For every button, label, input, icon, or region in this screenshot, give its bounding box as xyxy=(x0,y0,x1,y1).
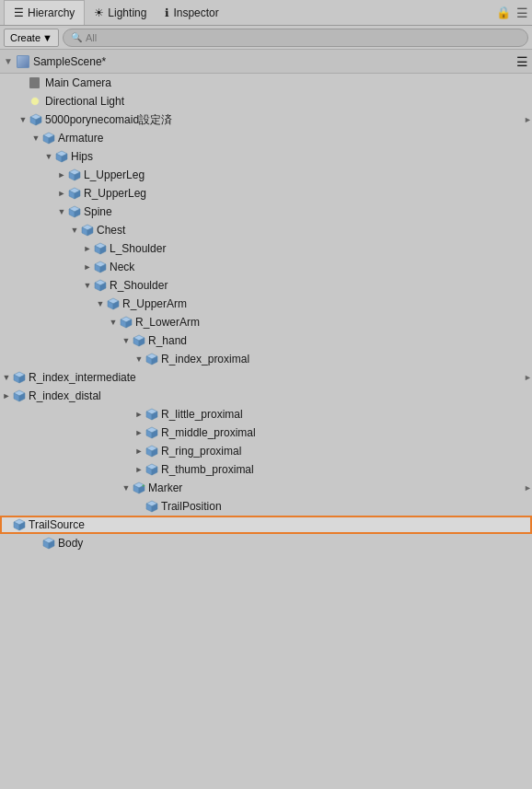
create-label: Create xyxy=(10,32,40,43)
tree-item-armature[interactable]: Armature xyxy=(0,129,532,147)
node-icon xyxy=(94,261,107,273)
tree-item-neck[interactable]: Neck xyxy=(0,258,532,276)
tab-lighting-label: Lighting xyxy=(108,6,146,19)
expand-arrow[interactable] xyxy=(42,147,55,166)
expand-arrow[interactable] xyxy=(133,442,145,460)
node-icon xyxy=(29,76,42,89)
node-label: Spine xyxy=(84,205,112,218)
tree-item-chest[interactable]: Chest xyxy=(0,221,532,239)
node-icon xyxy=(13,518,26,531)
scene-menu-icon[interactable]: ☰ xyxy=(516,54,528,69)
node-label: R_index_intermediate xyxy=(29,371,136,384)
create-button[interactable]: Create ▼ xyxy=(4,29,59,47)
tree-item-hips[interactable]: Hips xyxy=(0,147,532,166)
node-icon xyxy=(94,242,107,255)
node-label: L_UpperLeg xyxy=(84,168,145,181)
node-icon xyxy=(145,426,158,439)
node-icon xyxy=(29,113,42,126)
node-icon xyxy=(145,500,158,513)
tree-item-r-ring-proximal[interactable]: R_ring_proximal xyxy=(0,442,532,460)
tab-bar: ☰ Hierarchy ☀ Lighting ℹ Inspector 🔒 ☰ xyxy=(0,0,532,26)
node-icon xyxy=(42,537,55,550)
create-dropdown-icon: ▼ xyxy=(42,32,52,43)
tree-item-r-index-intermediate[interactable]: R_index_intermediate► xyxy=(0,368,532,387)
node-label: Main Camera xyxy=(45,76,111,89)
menu-icon[interactable]: ☰ xyxy=(516,6,528,20)
expand-arrow[interactable] xyxy=(17,110,29,129)
scene-expand-arrow[interactable]: ▼ xyxy=(4,56,13,66)
expand-arrow[interactable] xyxy=(133,350,145,368)
expand-arrow[interactable] xyxy=(81,239,94,258)
node-icon xyxy=(68,168,81,181)
tree-item-r-upperarm[interactable]: R_UpperArm xyxy=(0,295,532,313)
node-label: R_LowerArm xyxy=(135,316,200,329)
node-icon xyxy=(68,205,81,218)
node-icon xyxy=(55,150,68,163)
tree-item-r-index-distal[interactable]: R_index_distal xyxy=(0,387,532,405)
node-icon xyxy=(42,132,55,145)
tab-inspector[interactable]: ℹ Inspector xyxy=(156,0,227,25)
expand-arrow[interactable] xyxy=(107,313,120,331)
expand-arrow[interactable] xyxy=(133,460,145,479)
svg-text:+: + xyxy=(142,482,145,488)
search-box[interactable]: 🔍 xyxy=(63,29,528,47)
expand-arrow[interactable] xyxy=(0,368,13,387)
tree-item-marker[interactable]: +Marker► xyxy=(0,479,532,497)
tree-item-spine[interactable]: Spine xyxy=(0,203,532,221)
expand-arrow[interactable] xyxy=(55,203,68,221)
tree-item-r-middle-proximal[interactable]: R_middle_proximal xyxy=(0,424,532,442)
node-icon xyxy=(94,279,107,292)
tree-item-r-shoulder[interactable]: R_Shoulder xyxy=(0,276,532,295)
tree-item-main-camera[interactable]: Main Camera xyxy=(0,74,532,92)
tree-item-r-little-proximal[interactable]: R_little_proximal xyxy=(0,405,532,424)
scene-header: ▼ SampleScene* ☰ xyxy=(0,50,532,74)
expand-arrow[interactable] xyxy=(81,258,94,276)
lighting-icon: ☀ xyxy=(94,6,104,19)
expand-arrow[interactable] xyxy=(29,129,42,147)
scroll-right-indicator: ► xyxy=(524,483,532,493)
expand-arrow[interactable] xyxy=(55,166,68,184)
tree-item-l-upperleg[interactable]: L_UpperLeg xyxy=(0,166,532,184)
expand-arrow[interactable] xyxy=(120,331,133,350)
tree-item-r-thumb-proximal[interactable]: R_thumb_proximal xyxy=(0,460,532,479)
tree-item-r-index-proximal[interactable]: R_index_proximal xyxy=(0,350,532,368)
tree-item-directional-light[interactable]: Directional Light xyxy=(0,92,532,110)
tree-item-body[interactable]: Body xyxy=(0,534,532,552)
expand-arrow[interactable] xyxy=(133,424,145,442)
node-icon xyxy=(145,408,158,421)
expand-arrow[interactable] xyxy=(0,387,13,405)
node-icon xyxy=(120,316,133,329)
node-label: R_UpperLeg xyxy=(84,187,146,200)
node-icon xyxy=(13,371,26,384)
node-label: Marker xyxy=(148,482,182,494)
tab-lighting[interactable]: ☀ Lighting xyxy=(85,0,156,25)
tree-item-trail-source[interactable]: TrailSource xyxy=(0,516,532,534)
search-input[interactable] xyxy=(86,32,520,43)
expand-arrow[interactable] xyxy=(120,479,133,497)
node-label: R_index_proximal xyxy=(161,353,249,365)
node-icon xyxy=(29,95,42,108)
tab-hierarchy[interactable]: ☰ Hierarchy xyxy=(4,0,85,25)
node-icon xyxy=(68,187,81,200)
node-label: Hips xyxy=(71,150,93,163)
scene-name: SampleScene* xyxy=(33,55,106,68)
node-icon xyxy=(145,353,158,365)
node-label: Chest xyxy=(97,224,125,237)
node-icon xyxy=(13,389,26,402)
expand-arrow[interactable] xyxy=(68,221,81,239)
expand-arrow[interactable] xyxy=(94,295,107,313)
tab-inspector-label: Inspector xyxy=(173,6,218,19)
expand-arrow[interactable] xyxy=(133,405,145,424)
tree-item-r-lowerarm[interactable]: R_LowerArm xyxy=(0,313,532,331)
node-icon: + xyxy=(133,482,145,494)
node-label: TrailSource xyxy=(29,518,85,531)
tree-item-l-shoulder[interactable]: L_Shoulder xyxy=(0,239,532,258)
expand-arrow[interactable] xyxy=(55,184,68,203)
tree-item-r-upperleg[interactable]: R_UpperLeg xyxy=(0,184,532,203)
tree-item-r-hand[interactable]: R_hand xyxy=(0,331,532,350)
lock-icon: 🔒 xyxy=(496,6,511,19)
tree-item-porynecomaid[interactable]: 5000porynecomaid設定済► xyxy=(0,110,532,129)
expand-arrow[interactable] xyxy=(81,276,94,295)
tree-item-trail-position[interactable]: TrailPosition xyxy=(0,497,532,516)
hierarchy-icon: ☰ xyxy=(14,6,24,19)
